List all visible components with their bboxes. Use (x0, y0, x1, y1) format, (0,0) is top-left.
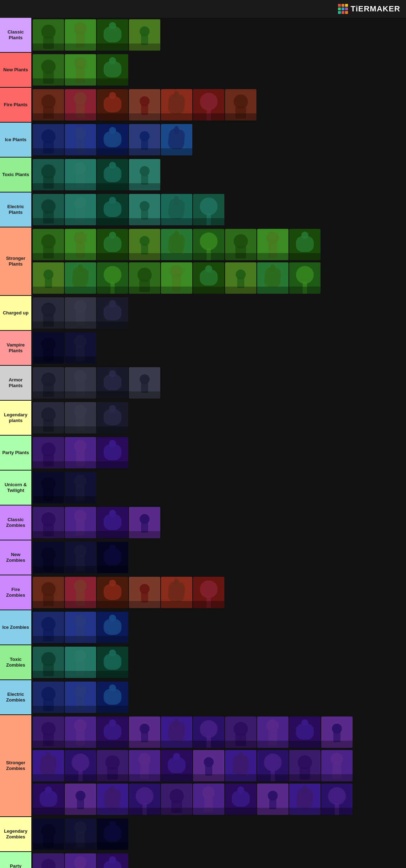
character-card (193, 750, 224, 781)
character-card (33, 853, 64, 868)
character-card (193, 194, 224, 225)
character-card (65, 784, 96, 815)
character-card (129, 507, 160, 538)
character-card (65, 853, 96, 868)
character-card (225, 262, 256, 294)
character-card (33, 507, 64, 538)
character-card (65, 229, 96, 260)
character-card (161, 784, 192, 815)
character-card (33, 472, 64, 503)
character-card (97, 717, 128, 748)
character-card (161, 262, 192, 294)
character-card (65, 19, 96, 51)
tier-row-party-plants: Party Plants (0, 436, 406, 471)
tier-content-party-plants (31, 436, 406, 470)
character-card (65, 647, 96, 678)
tier-label-fire-zombies: Fire Zombies (0, 575, 31, 610)
character-card (65, 437, 96, 468)
tier-content-ice-plants (31, 123, 406, 157)
tier-content-fire-plants (31, 88, 406, 122)
tier-label-vampire-plants: Vampire Plants (0, 331, 31, 365)
tier-label-legendary-plants: Legendary plants (0, 401, 31, 435)
character-card (33, 682, 64, 713)
character-card (289, 262, 321, 294)
character-card (65, 612, 96, 643)
tier-row-party-zombies: Party Zombies (0, 852, 406, 868)
tier-row-stronger-plants: Stronger Plants (0, 227, 406, 296)
tier-label-legendary-zombies: Legendary Zombies (0, 817, 31, 851)
tier-row-vampire-plants: Vampire Plants (0, 331, 406, 366)
tier-content-vampire-plants (31, 331, 406, 365)
tier-label-ice-zombies: Ice Zombies (0, 610, 31, 644)
tier-label-stronger-plants: Stronger Plants (0, 227, 31, 295)
tier-row-electric-plants: Electric Plants (0, 192, 406, 227)
character-card (65, 89, 96, 120)
character-card (97, 19, 128, 51)
tier-label-classic-zombies: Classic Zombies (0, 505, 31, 540)
character-card (65, 332, 96, 364)
tier-content-party-zombies (31, 852, 406, 868)
tier-row-fire-plants: Fire Plants (0, 88, 406, 123)
character-card (33, 159, 64, 190)
character-card (33, 54, 64, 86)
tier-label-party-plants: Party Plants (0, 436, 31, 470)
tier-row-legendary-zombies: Legendary Zombies (0, 817, 406, 852)
character-card (321, 750, 353, 781)
character-card (33, 542, 64, 573)
character-card (97, 507, 128, 538)
character-card (65, 682, 96, 713)
tier-content-unicorn-twilight (31, 471, 406, 505)
character-card (97, 682, 128, 713)
character-card (65, 262, 96, 294)
tier-label-new-zombies: New Zombies (0, 540, 31, 575)
tier-label-stronger-zombies: Stronger Zombies (0, 715, 31, 816)
character-card (65, 818, 96, 850)
character-card (65, 717, 96, 748)
tier-row-fire-zombies: Fire Zombies (0, 575, 406, 610)
character-card (65, 402, 96, 433)
tier-content-electric-zombies (31, 680, 406, 714)
character-card (289, 717, 321, 748)
character-card (97, 612, 128, 643)
character-card (97, 750, 128, 781)
character-card (65, 577, 96, 608)
tier-content-legendary-zombies (31, 817, 406, 851)
character-card (33, 297, 64, 329)
character-card (257, 750, 288, 781)
tier-content-toxic-plants (31, 158, 406, 192)
character-card (97, 194, 128, 225)
character-card (97, 647, 128, 678)
character-card (33, 437, 64, 468)
tier-label-charged-up: Charged up (0, 296, 31, 330)
tier-label-classic-plants: Classic Plants (0, 18, 31, 52)
tier-list: Classic Plants New Plants Fire Plants (0, 18, 406, 868)
character-card (257, 229, 288, 260)
character-card (65, 54, 96, 86)
character-card (289, 750, 321, 781)
character-card (161, 717, 192, 748)
character-card (33, 124, 64, 155)
tier-content-classic-plants (31, 18, 406, 52)
character-card (33, 262, 64, 294)
character-card (193, 577, 224, 608)
character-card (129, 194, 160, 225)
tier-content-fire-zombies (31, 575, 406, 610)
character-card (33, 647, 64, 678)
character-card (97, 89, 128, 120)
tier-row-armor-plants: Armor Plants (0, 366, 406, 401)
character-card (97, 818, 128, 850)
character-card (321, 784, 353, 815)
character-card (129, 229, 160, 260)
character-card (129, 750, 160, 781)
character-card (33, 194, 64, 225)
character-card (161, 194, 192, 225)
tier-label-unicorn-twilight: Unicorn & Twilight (0, 471, 31, 505)
character-card (33, 402, 64, 433)
character-card (225, 750, 256, 781)
character-card (193, 717, 224, 748)
tier-row-toxic-zombies: Toxic Zombies (0, 645, 406, 680)
tier-row-electric-zombies: Electric Zombies (0, 680, 406, 715)
tier-label-new-plants: New Plants (0, 53, 31, 87)
character-card (33, 577, 64, 608)
character-card (33, 229, 64, 260)
